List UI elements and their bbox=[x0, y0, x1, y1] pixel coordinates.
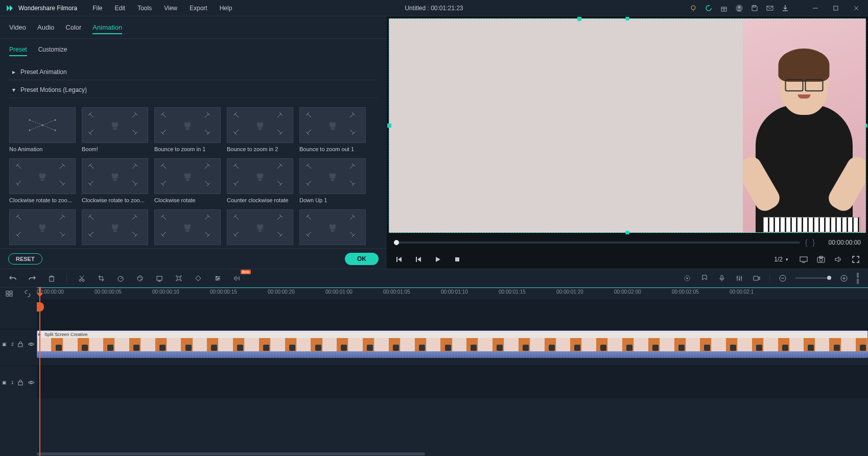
lock-icon[interactable] bbox=[18, 341, 23, 347]
preset-item[interactable]: Clockwise rotate to zoo... bbox=[9, 158, 76, 203]
ruler-tick: 00:00:01:15 bbox=[499, 289, 526, 295]
timeline-clip[interactable]: Split Screen Creative bbox=[37, 330, 868, 358]
preset-item[interactable]: Clockwise rotate to zoo... bbox=[82, 158, 148, 203]
undo-icon[interactable] bbox=[8, 274, 17, 283]
tab-video[interactable]: Video bbox=[9, 21, 26, 34]
record-icon[interactable] bbox=[752, 274, 761, 283]
prev-frame-button[interactable] bbox=[394, 254, 404, 265]
preset-item[interactable]: Bounce to zoom in 2 bbox=[227, 107, 293, 152]
clip-thumb-frame bbox=[115, 338, 141, 351]
color-icon[interactable] bbox=[135, 274, 145, 283]
video-track-1: ▣ 1 bbox=[0, 366, 868, 398]
section-preset-animation[interactable]: ▸ Preset Animation bbox=[9, 64, 378, 80]
tab-animation[interactable]: Animation bbox=[92, 21, 122, 34]
preset-item[interactable]: Clockwise rotate bbox=[154, 158, 221, 203]
timeline-scrollbar[interactable] bbox=[37, 452, 868, 456]
main-menu: File Edit Tools View Export Help bbox=[87, 3, 237, 14]
menu-view[interactable]: View bbox=[159, 3, 182, 14]
scrub-track[interactable] bbox=[394, 242, 800, 244]
preset-item[interactable]: Down Up 1 bbox=[299, 158, 366, 203]
preset-item[interactable]: No Animation bbox=[9, 107, 76, 152]
marker-handle[interactable] bbox=[37, 302, 44, 311]
zoom-slider[interactable] bbox=[795, 277, 831, 279]
snapshot-icon[interactable] bbox=[816, 254, 826, 265]
motion-tracking-icon[interactable] bbox=[174, 274, 183, 283]
clip-thumb-frame bbox=[530, 338, 556, 351]
preset-thumbnail bbox=[9, 158, 76, 194]
preview-viewport[interactable] bbox=[389, 18, 866, 233]
speed-icon[interactable] bbox=[116, 274, 125, 283]
preset-item[interactable]: Fade Slide 1 bbox=[82, 209, 148, 248]
avatar-icon[interactable] bbox=[735, 4, 743, 12]
fullscreen-icon[interactable] bbox=[851, 254, 861, 265]
preset-grid: No AnimationBoom!Bounce to zoom in 1Boun… bbox=[9, 100, 378, 248]
mark-in-icon[interactable]: { bbox=[805, 238, 808, 247]
gift-icon[interactable] bbox=[720, 4, 728, 12]
menu-file[interactable]: File bbox=[87, 3, 107, 14]
section-preset-motions[interactable]: ▾ Preset Motions (Legacy) bbox=[9, 82, 378, 98]
minimize-button[interactable] bbox=[809, 2, 822, 15]
render-icon[interactable] bbox=[683, 274, 692, 283]
stop-button[interactable] bbox=[452, 254, 462, 265]
eye-icon[interactable] bbox=[28, 380, 35, 385]
timeline-scale-icon[interactable] bbox=[857, 273, 860, 284]
delete-icon[interactable] bbox=[47, 274, 56, 283]
cut-icon[interactable] bbox=[77, 274, 86, 283]
eye-icon[interactable] bbox=[28, 342, 35, 347]
sub-tab-preset[interactable]: Preset bbox=[9, 44, 27, 56]
save-icon[interactable] bbox=[750, 4, 759, 12]
preview-timecode: 00:00:00:00 bbox=[820, 239, 861, 246]
menu-help[interactable]: Help bbox=[215, 3, 238, 14]
close-button[interactable] bbox=[850, 2, 863, 15]
redo-icon[interactable] bbox=[28, 274, 37, 283]
maximize-button[interactable] bbox=[829, 2, 842, 15]
preset-item[interactable]: Boom! bbox=[82, 107, 148, 152]
audio-stretch-icon[interactable]: Beta bbox=[232, 274, 242, 283]
preset-thumbnail bbox=[154, 158, 221, 194]
preset-item[interactable]: Counter clockwise rotate bbox=[227, 158, 293, 203]
reset-button[interactable]: RESET bbox=[8, 253, 42, 265]
preset-item[interactable]: Fade Slide 4 bbox=[299, 209, 366, 248]
preset-item[interactable]: Bounce to zoom out 1 bbox=[299, 107, 366, 152]
sub-tab-customize[interactable]: Customize bbox=[38, 44, 67, 56]
lightbulb-icon[interactable] bbox=[689, 4, 697, 12]
play-button[interactable] bbox=[433, 254, 443, 265]
track-manager-icon[interactable] bbox=[6, 290, 13, 297]
preview-quality-select[interactable]: 1/2 ▾ bbox=[771, 255, 791, 264]
lock-icon[interactable] bbox=[18, 379, 23, 386]
clip-thumb-frame bbox=[323, 338, 349, 351]
ruler-tick: 00:00:02:05 bbox=[672, 289, 699, 295]
link-icon[interactable] bbox=[24, 290, 31, 297]
preset-item[interactable]: Fade Slide 2 bbox=[154, 209, 221, 248]
ruler-tick: 00:00:02:1 bbox=[730, 289, 754, 295]
tab-color[interactable]: Color bbox=[65, 21, 81, 34]
timeline-ruler[interactable]: 00:00:00:0000:00:00:0500:00:00:1000:00:0… bbox=[37, 287, 868, 299]
preset-item[interactable]: Fade Slide 3 bbox=[227, 209, 293, 248]
display-mode-icon[interactable] bbox=[799, 254, 809, 265]
voiceover-icon[interactable] bbox=[717, 274, 726, 283]
volume-icon[interactable] bbox=[833, 254, 843, 265]
menu-export[interactable]: Export bbox=[184, 3, 213, 14]
marker-icon[interactable] bbox=[700, 274, 709, 283]
tab-audio[interactable]: Audio bbox=[37, 21, 54, 34]
keyframe-icon[interactable] bbox=[194, 274, 203, 283]
menu-tools[interactable]: Tools bbox=[132, 3, 157, 14]
mark-out-icon[interactable]: } bbox=[812, 238, 815, 247]
mixer-icon[interactable] bbox=[735, 274, 744, 283]
mail-icon[interactable] bbox=[766, 4, 774, 12]
preset-item[interactable]: Down Up 2 bbox=[9, 209, 76, 248]
clip-thumb-frame bbox=[141, 338, 167, 351]
ruler-tick: 00:00:02:00 bbox=[614, 289, 641, 295]
refresh-icon[interactable] bbox=[705, 4, 713, 12]
crop-icon[interactable] bbox=[97, 274, 106, 283]
adjust-icon[interactable] bbox=[213, 274, 222, 283]
menu-edit[interactable]: Edit bbox=[110, 3, 131, 14]
zoom-out-icon[interactable] bbox=[778, 274, 787, 283]
download-icon[interactable] bbox=[781, 4, 789, 12]
zoom-in-icon[interactable] bbox=[839, 274, 849, 283]
green-screen-icon[interactable] bbox=[155, 274, 164, 283]
preset-item[interactable]: Bounce to zoom in 1 bbox=[154, 107, 221, 152]
svg-point-47 bbox=[79, 279, 81, 281]
ok-button[interactable]: OK bbox=[345, 253, 379, 265]
play-backward-button[interactable] bbox=[413, 254, 424, 265]
